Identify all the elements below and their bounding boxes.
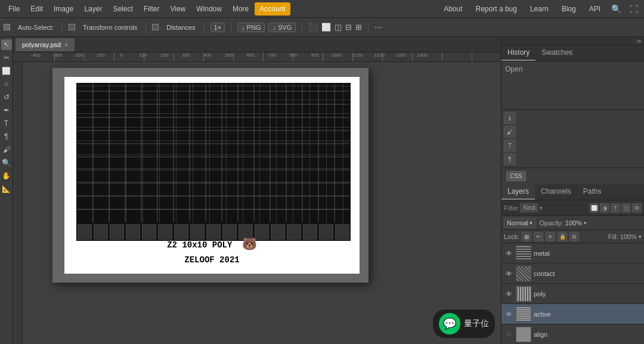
info-icon-row-1: ℹ [504,112,642,124]
layer-thumb-active [516,306,531,322]
layer-item-align[interactable]: 👁 align [501,324,644,344]
layer-item-active[interactable]: 👁 active [501,304,644,324]
layer-visibility-poly[interactable]: 👁 [504,289,513,299]
document-tab[interactable]: polyarray.psd × [16,38,75,51]
lock-transparency-icon[interactable]: ▦ [522,232,531,241]
menu-api[interactable]: API [584,2,605,16]
hand-tool-btn[interactable]: ✋ [1,171,12,181]
png-download-button[interactable]: ↓ PNG [237,23,265,32]
ellipse-tool-btn[interactable]: ○ [1,79,12,89]
lock-position-icon[interactable]: ✛ [546,232,555,241]
filter-smart-icon[interactable]: ⚙ [632,203,642,213]
menu-layer[interactable]: Layer [79,2,107,16]
canvas-viewport[interactable]: // Generate IC cells via JS inline won't… [13,62,501,344]
auto-select-checkbox[interactable] [4,24,10,30]
layer-thumb-contact [516,266,531,281]
layer-name-active: active [534,311,642,318]
layer-visibility-contact[interactable]: 👁 [504,269,513,278]
menu-file[interactable]: File [4,2,24,16]
expand-icon[interactable]: ⛶ [627,2,640,16]
fill-arrow[interactable]: ▾ [639,234,642,240]
layer-item-metal[interactable]: 👁 metal [501,243,644,264]
history-tab[interactable]: History [501,45,535,61]
rotate-tool-btn[interactable]: ↺ [1,92,12,103]
menu-account[interactable]: Account [255,2,290,16]
lock-artboard-icon[interactable]: 🔒 [558,232,567,241]
filter-pixel-icon[interactable]: ⬜ [589,203,599,213]
layer-visibility-align[interactable]: 👁 [504,330,513,339]
cut-tool-btn[interactable]: ✂ [1,52,12,63]
info-icon-row-2: 🖌 [504,126,642,138]
menu-learn[interactable]: Learn [525,2,553,16]
distribute-h-icon[interactable]: ⊟ [345,23,352,32]
ruler-numbers: -400 -300 -200 -100 0 100 200 300 400 50… [25,52,433,58]
transform-checkbox[interactable] [69,24,75,30]
menu-report-bug[interactable]: Report a bug [471,2,522,16]
lock-image-icon[interactable]: ✏ [534,232,543,241]
select-tool-btn[interactable]: ↖ [1,39,12,50]
zoom-selector[interactable]: 1× [210,23,225,32]
paint-tool-btn[interactable]: 🖌 [1,144,12,155]
arrange-icon[interactable]: ⋯ [374,23,382,32]
css-label-area: CSS [501,168,644,184]
text-tool-btn[interactable]: T [1,118,12,129]
layers-tab-layers[interactable]: Layers [501,184,535,200]
filter-adjust-icon[interactable]: ◑ [600,203,609,213]
info-icon-text[interactable]: T [504,140,516,151]
info-icon-row-3: T [504,140,642,151]
layer-thumb-align [516,327,531,342]
align-center-icon[interactable]: ⬜ [321,23,331,32]
paragraph-tool-btn[interactable]: ¶ [1,131,12,142]
measure-tool-btn[interactable]: 📐 [1,184,12,194]
right-panel: ≫ History Swatches Open ℹ 🖌 T [501,37,644,344]
distribute-v-icon[interactable]: ⊞ [355,23,362,32]
opacity-value[interactable]: 100% [565,219,582,227]
info-icon-para[interactable]: ¶ [504,153,516,165]
menu-image[interactable]: Image [49,2,78,16]
blend-mode-dropdown[interactable]: Normal ▾ [504,218,535,228]
distances-checkbox[interactable] [152,24,159,30]
menu-more[interactable]: More [228,2,253,16]
menu-edit[interactable]: Edit [26,2,48,16]
pen-tool-btn[interactable]: ✒ [1,105,12,116]
menu-about[interactable]: About [439,2,467,16]
rect-tool-btn[interactable]: ⬜ [1,66,12,76]
info-icon-i[interactable]: ℹ [504,112,516,124]
menu-view[interactable]: View [165,2,190,16]
panel-collapse-btn[interactable]: ≫ [501,37,644,45]
filter-kind-arrow[interactable]: ▾ [540,205,543,211]
filter-kind-dropdown[interactable]: Kind [520,203,538,212]
layer-visibility-active[interactable]: 👁 [504,309,513,319]
layer-item-contact[interactable]: 👁 contact [501,264,644,284]
menu-blog[interactable]: Blog [557,2,581,16]
tab-close-button[interactable]: × [64,42,68,48]
canvas-white-bg: // Generate IC cells via JS inline won't… [64,77,360,274]
align-right-icon[interactable]: ◫ [335,23,342,32]
fill-value[interactable]: 100% [620,233,637,240]
swatches-tab[interactable]: Swatches [535,45,578,61]
align-left-icon[interactable]: ⬛ [308,23,318,32]
lock-all-icon[interactable]: ⊞ [569,232,579,241]
toolbar-sep-6 [368,22,369,33]
css-button[interactable]: CSS [506,171,526,181]
history-open-item[interactable]: Open [505,65,640,73]
wechat-icon: 💬 [439,313,460,334]
layers-tab-channels[interactable]: Channels [535,184,577,200]
toolbar-sep-1 [62,22,63,33]
menu-window[interactable]: Window [191,2,227,16]
search-icon[interactable]: 🔍 [609,2,624,16]
toolbar-sep-2 [145,22,146,33]
history-swatches-section: History Swatches Open [501,45,644,110]
layer-item-poly[interactable]: 👁 poly [501,284,644,304]
filter-type-icon[interactable]: T [611,203,620,213]
canvas-document[interactable]: // Generate IC cells via JS inline won't… [52,68,369,283]
zoom-tool-btn[interactable]: 🔍 [1,157,12,168]
menu-filter[interactable]: Filter [139,2,165,16]
filter-shape-icon[interactable]: ◻ [621,203,631,213]
layer-visibility-metal[interactable]: 👁 [504,249,513,258]
layers-tab-paths[interactable]: Paths [577,184,608,200]
opacity-arrow[interactable]: ▾ [584,220,587,226]
info-icon-brush[interactable]: 🖌 [504,126,516,138]
menu-select[interactable]: Select [108,2,137,16]
svg-download-button[interactable]: ↓ SVG [268,23,296,32]
